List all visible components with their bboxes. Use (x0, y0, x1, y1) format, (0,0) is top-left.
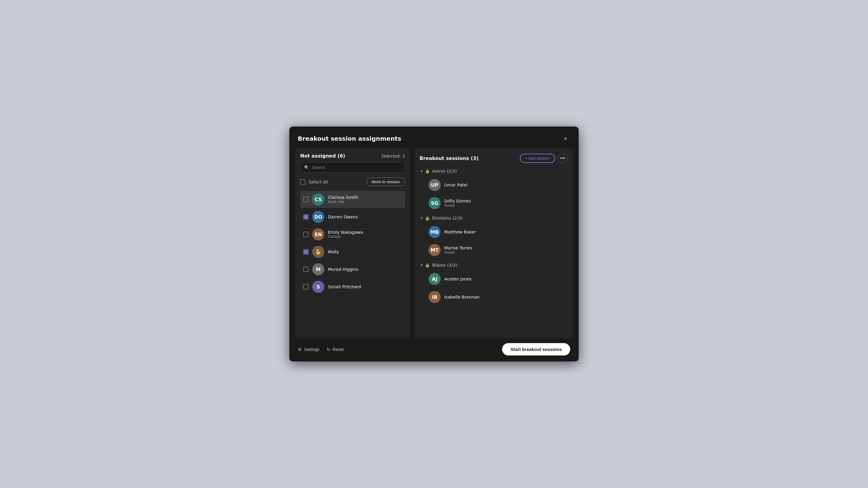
footer-left-actions: ⚙ Settings ↻ Reset (298, 347, 344, 352)
participant-name: Sonali Pritchard (328, 284, 402, 289)
select-all-row: Select all Move to session (300, 176, 405, 187)
session-name: Astros (2/3) (432, 169, 457, 173)
chevron-down-icon: ▾ (421, 216, 423, 220)
reset-button[interactable]: ↻ Reset (327, 347, 344, 352)
list-item[interactable]: CS Clarissa Smith Host, me (300, 191, 405, 208)
member-name: Marise Torres (444, 246, 564, 250)
select-all-left: Select all (300, 179, 328, 185)
avatar: MB (429, 226, 441, 238)
close-button[interactable]: × (561, 134, 570, 143)
list-item[interactable]: MT Marise Torres Guest (420, 241, 568, 258)
dialog-footer: ⚙ Settings ↻ Reset Start breakout sessio… (289, 338, 579, 361)
avatar: DO (312, 211, 324, 223)
left-panel-title: Not assigned (6) (300, 153, 345, 159)
member-name: Matthew Baker (444, 230, 564, 234)
member-name: Sofia Gomez (444, 198, 564, 203)
list-item[interactable]: DO Darren Owens (300, 208, 405, 225)
search-input[interactable] (312, 165, 401, 170)
sessions-list: ▾ 🔒 Astros (2/3) UP Umar Patel SG Sofia (420, 167, 568, 333)
search-container: 🔍 (300, 162, 405, 173)
member-info: Austen Jones (444, 276, 564, 281)
left-panel: Not assigned (6) Selected: 2 🔍 Select al… (296, 148, 410, 338)
session-header-blazes[interactable]: ▾ 🔒 Blazes (3/3) (420, 261, 568, 269)
participant-name: Darren Owens (328, 215, 402, 219)
session-header-astros[interactable]: ▾ 🔒 Astros (2/3) (420, 167, 568, 175)
avatar: 🐕 (312, 246, 324, 258)
avatar: IB (429, 291, 441, 303)
list-item[interactable]: MB Matthew Baker (420, 224, 568, 240)
member-role: Guest (444, 250, 564, 255)
session-header-einsteins[interactable]: ▾ 🔒 Einsteins (2/3) (420, 214, 568, 222)
right-panel-actions: + Add session ••• (520, 153, 568, 163)
left-panel-header: Not assigned (6) Selected: 2 (300, 153, 405, 159)
avatar: EN (312, 228, 324, 240)
list-item[interactable]: M Murad Higgins (300, 261, 405, 278)
list-item[interactable]: EN Emily Nakagawa Cohost (300, 226, 405, 243)
member-info: Marise Torres Guest (444, 246, 564, 255)
start-breakout-sessions-button[interactable]: Start breakout sessions (502, 343, 570, 355)
chevron-down-icon: ▾ (421, 169, 423, 173)
participant-name: Murad Higgins (328, 267, 402, 272)
participant-info: Molly (328, 250, 402, 254)
select-all-label: Select all (309, 180, 328, 184)
avatar: S (312, 281, 324, 293)
avatar: MT (429, 244, 441, 256)
participant-name: Molly (328, 250, 402, 254)
right-panel: Breakout sessions (3) + Add session ••• … (415, 148, 572, 338)
avatar: CS (312, 193, 324, 205)
avatar: SG (429, 197, 441, 209)
right-panel-title: Breakout sessions (3) (420, 156, 478, 161)
settings-icon: ⚙ (298, 347, 302, 352)
participant-checkbox-darren[interactable] (303, 214, 309, 220)
session-name: Blazes (3/3) (432, 263, 457, 267)
lock-icon: 🔒 (425, 216, 430, 221)
reset-icon: ↻ (327, 347, 330, 352)
participant-name: Clarissa Smith (328, 195, 402, 200)
list-item[interactable]: 🐕 Molly (300, 243, 405, 260)
list-item[interactable]: AJ Austen Jones (420, 270, 568, 287)
selected-count: Selected: 2 (381, 154, 405, 158)
participant-checkbox-clarissa[interactable] (303, 197, 309, 202)
list-item[interactable]: SG Sofia Gomez Guest (420, 195, 568, 212)
member-info: Matthew Baker (444, 230, 564, 234)
participant-checkbox-emily[interactable] (303, 232, 309, 237)
member-name: Umar Patel (444, 183, 564, 187)
participant-info: Clarissa Smith Host, me (328, 195, 402, 204)
member-name: Isabelle Brennan (444, 295, 564, 299)
list-item[interactable]: S Sonali Pritchard (300, 278, 405, 295)
participant-info: Emily Nakagawa Cohost (328, 230, 402, 239)
list-item[interactable]: UP Umar Patel (420, 176, 568, 193)
participant-info: Murad Higgins (328, 267, 402, 272)
member-info: Umar Patel (444, 183, 564, 187)
avatar: AJ (429, 273, 441, 285)
member-info: Sofia Gomez Guest (444, 198, 564, 207)
lock-icon: 🔒 (425, 263, 430, 267)
breakout-dialog: Breakout session assignments × Not assig… (289, 127, 579, 361)
participant-checkbox-molly[interactable] (303, 249, 309, 255)
avatar: M (312, 263, 324, 275)
session-group-astros: ▾ 🔒 Astros (2/3) UP Umar Patel SG Sofia (420, 167, 568, 212)
member-info: Isabelle Brennan (444, 295, 564, 299)
add-session-button[interactable]: + Add session (520, 154, 555, 163)
avatar: UP (429, 179, 441, 191)
member-role: Guest (444, 203, 564, 207)
list-item[interactable]: IB Isabelle Brennan (420, 289, 568, 305)
participant-checkbox-sonali[interactable] (303, 284, 309, 290)
right-panel-header: Breakout sessions (3) + Add session ••• (420, 153, 568, 163)
member-name: Austen Jones (444, 276, 564, 281)
select-all-checkbox[interactable] (300, 179, 306, 185)
move-to-session-button[interactable]: Move to session (367, 177, 405, 186)
participant-name: Emily Nakagawa (328, 230, 402, 235)
session-group-einsteins: ▾ 🔒 Einsteins (2/3) MB Matthew Baker MT (420, 214, 568, 258)
participant-info: Darren Owens (328, 215, 402, 219)
more-options-button[interactable]: ••• (558, 153, 568, 163)
session-name: Einsteins (2/3) (432, 216, 463, 221)
lock-icon: 🔒 (425, 169, 430, 173)
dialog-body: Not assigned (6) Selected: 2 🔍 Select al… (289, 148, 579, 338)
svg-text:🐕: 🐕 (315, 249, 321, 255)
participant-role: Host, me (328, 200, 402, 204)
settings-button[interactable]: ⚙ Settings (298, 347, 319, 352)
dialog-header: Breakout session assignments × (289, 127, 579, 148)
participant-role: Cohost (328, 235, 402, 239)
participant-checkbox-murad[interactable] (303, 267, 309, 272)
